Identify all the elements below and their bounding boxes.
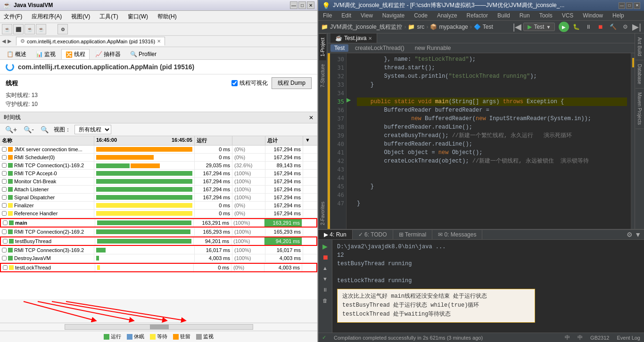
nav-class[interactable]: Test bbox=[483, 24, 493, 30]
menu-help-r[interactable]: Help bbox=[611, 12, 626, 19]
breadcrumb-createlock[interactable]: createLockThread() bbox=[351, 44, 408, 52]
code-lines-area[interactable]: }, name: "testLockThread"); thread.start… bbox=[353, 53, 631, 229]
console-pause-btn[interactable]: ⏸ bbox=[321, 285, 330, 294]
run-button[interactable]: ▶ bbox=[559, 22, 569, 32]
tab-profiler[interactable]: 🔍 Profiler bbox=[126, 49, 160, 59]
menu-refactor-r[interactable]: Refactor bbox=[465, 12, 490, 19]
breadcrumb-test[interactable]: Test bbox=[330, 44, 348, 52]
menu-tools-r[interactable]: Tools bbox=[537, 12, 554, 19]
toolbar-btn-2[interactable]: ⬛ bbox=[13, 24, 24, 34]
timeline-header: 时间线 ✕ bbox=[0, 112, 317, 123]
sidebar-project-btn[interactable]: 1-Project bbox=[319, 33, 326, 60]
bottom-tab-run[interactable]: ▶ 4: Run bbox=[318, 230, 353, 239]
legend-park: 驻留 bbox=[173, 333, 190, 340]
menu-file[interactable]: 文件(F) bbox=[2, 12, 24, 22]
status-encoding: GB2312 bbox=[590, 335, 609, 341]
pkg-folder-icon: 📦 bbox=[430, 24, 437, 30]
prev-btn[interactable]: |◀ bbox=[513, 22, 522, 32]
tab-monitor[interactable]: 📊监视 bbox=[32, 49, 59, 59]
bottom-tab-todo[interactable]: ✓ 6: TODO bbox=[353, 230, 393, 239]
bottom-tab-messages[interactable]: ✉ 0: Messages bbox=[432, 230, 482, 239]
menu-file-r[interactable]: File bbox=[321, 12, 334, 19]
rsidebar-ant[interactable]: Ant Build bbox=[636, 33, 644, 60]
thread-table-container[interactable]: 名称 16:45:0016:45:05 运行 总计 ▼ bbox=[0, 136, 317, 299]
build-btn[interactable]: 🔨 bbox=[608, 22, 618, 32]
legend-wait-icon bbox=[150, 334, 156, 340]
menu-navigate-r[interactable]: Navigate bbox=[380, 12, 406, 19]
editor-tab-close[interactable]: ✕ bbox=[368, 36, 372, 41]
debug-btn[interactable]: 🐛 bbox=[571, 22, 581, 32]
zoom-in-btn[interactable]: 🔍+ bbox=[4, 125, 18, 134]
run-config-dropdown[interactable]: ▶ Test ▼ bbox=[523, 23, 555, 31]
console-stop-btn[interactable]: ⏹ bbox=[321, 252, 330, 262]
event-log-btn[interactable]: Event Log bbox=[617, 335, 640, 341]
sidebar-favorites-btn[interactable]: 2-Favorites bbox=[319, 198, 326, 229]
zoom-out-btn[interactable]: 🔍- bbox=[22, 125, 35, 134]
menu-analyze-r[interactable]: Analyze bbox=[435, 12, 459, 19]
left-maximize-btn[interactable]: □ bbox=[298, 1, 306, 9]
right-minimize-btn[interactable]: — bbox=[619, 2, 625, 9]
toolbar-btn-1[interactable]: ☕ bbox=[2, 24, 12, 34]
toolbar-btn-4[interactable]: ☕ bbox=[36, 24, 46, 34]
next-btn[interactable]: ▶| bbox=[632, 22, 641, 32]
bottom-settings-btn[interactable]: ⚙ bbox=[627, 231, 633, 238]
left-minimize-btn[interactable]: — bbox=[290, 1, 297, 9]
col-sort[interactable]: ▼ bbox=[303, 136, 317, 145]
col-run: 运行 bbox=[195, 136, 232, 145]
zoom-reset-btn[interactable]: 🔍 bbox=[39, 125, 50, 134]
console-clear-btn[interactable]: 🗑 bbox=[321, 296, 330, 305]
right-gutter bbox=[631, 53, 635, 229]
menu-window-r[interactable]: Window bbox=[581, 12, 605, 19]
right-close-btn[interactable]: ✕ bbox=[634, 2, 640, 9]
code-line-47: } bbox=[357, 199, 627, 208]
menu-vcs-r[interactable]: VCS bbox=[560, 12, 576, 19]
menu-tools[interactable]: 工具(T) bbox=[98, 12, 120, 22]
thread-dump-btn[interactable]: 线程 Dump bbox=[272, 77, 312, 89]
timeline-scroll[interactable] bbox=[0, 323, 317, 331]
tab-overview[interactable]: 📋概述 bbox=[3, 49, 30, 59]
left-sidebar: 1-Project 7-Structure 2-Favorites bbox=[318, 33, 328, 229]
nav-pkg[interactable]: mypackage bbox=[439, 24, 468, 30]
coverage-btn[interactable]: ⏸ bbox=[583, 22, 594, 32]
settings-btn[interactable]: ⚙ bbox=[620, 22, 630, 32]
tab-sampler[interactable]: 📈抽样器 bbox=[91, 49, 124, 59]
bottom-hide-btn[interactable]: ▼ bbox=[635, 231, 641, 238]
thread-visualize-checkbox[interactable]: 线程可视化 bbox=[231, 79, 268, 87]
menu-edit-r[interactable]: Edit bbox=[339, 12, 353, 19]
timeline-close-btn[interactable]: ✕ bbox=[309, 114, 314, 121]
menu-app[interactable]: 应用程序(A) bbox=[30, 12, 64, 22]
nav-src[interactable]: src bbox=[417, 24, 424, 30]
daemon-threads: 守护线程: 10 bbox=[6, 100, 312, 109]
menu-view-r[interactable]: View bbox=[359, 12, 375, 19]
menu-window[interactable]: 窗口(W) bbox=[126, 12, 150, 22]
menu-code-r[interactable]: Code bbox=[412, 12, 429, 19]
legend-run: 运行 bbox=[104, 333, 121, 340]
thread-row: Finalizer 0 ms (0%) 167,294 ms bbox=[0, 202, 317, 210]
toolbar-btn-5[interactable]: ⚙ bbox=[58, 24, 68, 34]
console-run-btn[interactable]: ▶ bbox=[321, 242, 330, 251]
menu-build-r[interactable]: Build bbox=[495, 12, 512, 19]
rsidebar-maven[interactable]: Maven Projects bbox=[636, 89, 644, 129]
view-dropdown[interactable]: 所有线程 bbox=[74, 125, 111, 134]
rsidebar-db[interactable]: Database bbox=[636, 60, 644, 89]
console-down-btn[interactable]: ▼ bbox=[321, 274, 330, 284]
console-up-btn[interactable]: ▲ bbox=[321, 263, 330, 273]
nav-project[interactable]: JVM调优_jconsole_线程监控 bbox=[330, 23, 402, 31]
menu-run-r[interactable]: Run bbox=[518, 12, 532, 19]
app-tab-close[interactable]: ✕ bbox=[157, 39, 161, 44]
sidebar-structure-btn[interactable]: 7-Structure bbox=[319, 60, 326, 91]
bottom-tab-terminal[interactable]: ⊞ Terminal bbox=[393, 230, 432, 239]
stop-btn[interactable]: ⏹ bbox=[595, 22, 606, 32]
menu-help[interactable]: 帮助(H) bbox=[156, 12, 179, 22]
console-area: ▶ ⏹ ▲ ▼ ⏸ 🗑 D:\java2\javajdk8.0\bin\java… bbox=[318, 240, 644, 333]
legend-monitor-icon bbox=[196, 334, 202, 340]
editor-tab-java[interactable]: ☕ Test.java ✕ bbox=[330, 33, 377, 43]
app-tab[interactable]: ⚙ com.intellij.rt.execution.application.… bbox=[16, 37, 165, 46]
tab-threads[interactable]: 🔀线程 bbox=[61, 49, 90, 59]
menu-view[interactable]: 视图(V) bbox=[69, 12, 92, 22]
right-maximize-btn[interactable]: □ bbox=[626, 2, 633, 9]
breadcrumb-runnable[interactable]: new Runnable bbox=[411, 44, 455, 52]
editor-tab-label: Test.java bbox=[344, 35, 366, 41]
toolbar-btn-3[interactable]: ☕ bbox=[25, 24, 35, 34]
left-close-btn[interactable]: ✕ bbox=[307, 1, 314, 9]
